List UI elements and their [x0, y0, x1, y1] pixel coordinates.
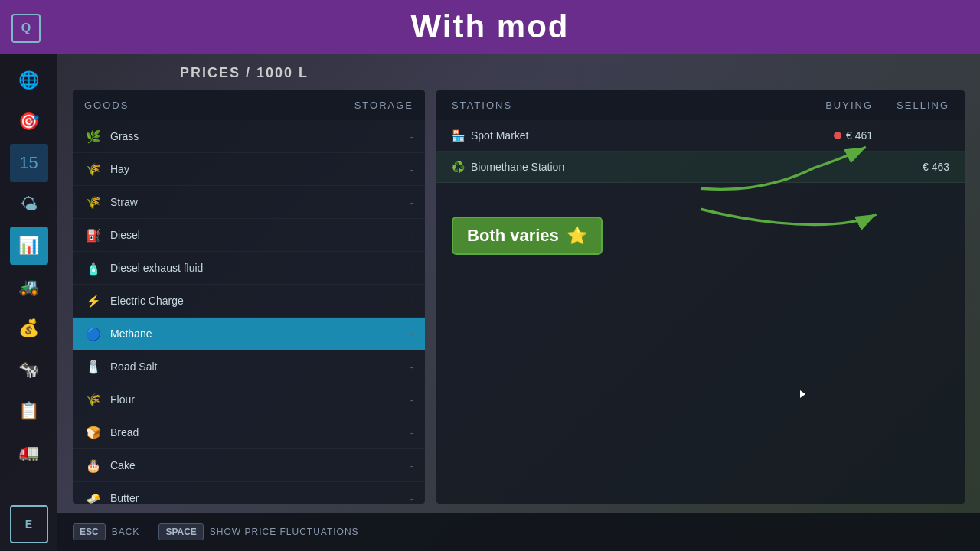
- sidebar-icon-e: E: [10, 505, 48, 543]
- sidebar-icon-steering[interactable]: 🎯: [10, 103, 48, 141]
- station-row-biomethane[interactable]: ♻️ Biomethane Station € 463: [436, 152, 965, 183]
- buying-column-header: BUYING: [781, 99, 873, 111]
- goods-name-electric-charge: Electric Charge: [110, 295, 410, 307]
- sidebar-icon-vehicles[interactable]: 🚛: [10, 433, 48, 471]
- station-label-spot-market: Spot Market: [471, 129, 528, 142]
- stations-panel: STATIONS BUYING SELLING 🏪 Spot Market € …: [436, 90, 965, 504]
- both-varies-badge: Both varies ⭐: [452, 217, 603, 255]
- goods-name-butter: Butter: [110, 492, 410, 504]
- sidebar-icon-tasks[interactable]: 📋: [10, 392, 48, 430]
- main-content: PRICES / 1000 L GOODS STORAGE 🌿 Grass - …: [57, 54, 980, 551]
- bottom-bar: ESC BACK SPACE SHOW PRICE FLUCTUATIONS: [57, 513, 980, 551]
- page-title: PRICES / 1000 L: [180, 65, 965, 81]
- selling-column-header: SELLING: [873, 99, 949, 111]
- goods-item-diesel-exhaust[interactable]: 🧴 Diesel exhaust fluid -: [73, 252, 425, 285]
- goods-name-flour: Flour: [110, 393, 410, 406]
- goods-icon-bread: 🍞: [84, 423, 103, 442]
- goods-item-hay[interactable]: 🌾 Hay -: [73, 153, 425, 186]
- goods-list[interactable]: 🌿 Grass - 🌾 Hay - 🌾 Straw - ⛽ Diesel - 🧴…: [73, 120, 425, 504]
- goods-name-straw: Straw: [110, 196, 410, 208]
- goods-icon-diesel-exhaust: 🧴: [84, 259, 103, 277]
- goods-storage-butter: -: [410, 493, 413, 504]
- station-name: 🏪 Spot Market: [452, 129, 781, 142]
- goods-name-cake: Cake: [110, 459, 410, 471]
- station-icon-spot-market: 🏪: [452, 129, 465, 142]
- q-key-badge: Q: [11, 14, 41, 43]
- stations-column-header: STATIONS: [452, 99, 781, 111]
- goods-storage-hay: -: [410, 164, 413, 175]
- sidebar-icon-calendar[interactable]: 15: [10, 144, 48, 182]
- red-dot-icon: [834, 132, 841, 139]
- esc-key-label: BACK: [112, 527, 140, 537]
- goods-item-bread[interactable]: 🍞 Bread -: [73, 416, 425, 449]
- station-selling-biomethane: € 463: [873, 161, 949, 173]
- goods-item-methane[interactable]: 🔵 Methane -: [73, 318, 425, 350]
- esc-key-badge[interactable]: ESC: [73, 523, 106, 540]
- goods-name-methane: Methane: [110, 328, 410, 340]
- goods-name-road-salt: Road Salt: [110, 360, 410, 373]
- sidebar-icon-tractor[interactable]: 🚜: [10, 268, 48, 306]
- goods-item-straw[interactable]: 🌾 Straw -: [73, 186, 425, 219]
- space-key-btn[interactable]: SPACE SHOW PRICE FLUCTUATIONS: [158, 523, 358, 540]
- goods-icon-methane: 🔵: [84, 324, 103, 343]
- sidebar-icon-money[interactable]: 💰: [10, 309, 48, 347]
- goods-icon-grass: 🌿: [84, 127, 103, 145]
- esc-key-btn[interactable]: ESC BACK: [73, 523, 139, 540]
- left-sidebar: 🌐 🎯 15 🌤 📊 🚜 💰 🐄 📋 🚛 E: [0, 54, 57, 551]
- sidebar-icon-weather[interactable]: 🌤: [10, 185, 48, 223]
- goods-name-diesel-exhaust: Diesel exhaust fluid: [110, 262, 410, 274]
- goods-item-butter[interactable]: 🧈 Butter -: [73, 482, 425, 504]
- station-row-spot-market[interactable]: 🏪 Spot Market € 461: [436, 120, 965, 152]
- station-label-biomethane: Biomethane Station: [471, 161, 564, 173]
- stations-panel-header: STATIONS BUYING SELLING: [436, 90, 965, 120]
- station-buying-spot-market: € 461: [781, 129, 873, 142]
- goods-icon-butter: 🧈: [84, 489, 103, 504]
- goods-item-cake[interactable]: 🎂 Cake -: [73, 449, 425, 482]
- goods-icon-cake: 🎂: [84, 456, 103, 474]
- storage-column-header: STORAGE: [354, 99, 413, 111]
- goods-name-hay: Hay: [110, 163, 410, 175]
- space-key-label: SHOW PRICE FLUCTUATIONS: [210, 527, 359, 537]
- goods-panel: GOODS STORAGE 🌿 Grass - 🌾 Hay - 🌾 Straw …: [73, 90, 425, 504]
- goods-storage-road-salt: -: [410, 361, 413, 373]
- goods-storage-straw: -: [410, 197, 413, 208]
- goods-item-road-salt[interactable]: 🧂 Road Salt -: [73, 350, 425, 383]
- goods-name-diesel: Diesel: [110, 229, 410, 241]
- goods-storage-methane: -: [410, 328, 413, 340]
- station-name-biomethane: ♻️ Biomethane Station: [452, 161, 781, 173]
- goods-icon-straw: 🌾: [84, 193, 103, 211]
- goods-item-electric-charge[interactable]: ⚡ Electric Charge -: [73, 285, 425, 318]
- goods-item-flour[interactable]: 🌾 Flour -: [73, 383, 425, 416]
- sidebar-icon-stats[interactable]: 📊: [10, 227, 48, 265]
- top-banner: Q With mod: [0, 0, 980, 54]
- goods-item-grass[interactable]: 🌿 Grass -: [73, 120, 425, 153]
- goods-storage-diesel: -: [410, 230, 413, 241]
- sidebar-icon-globe[interactable]: 🌐: [10, 61, 48, 99]
- goods-item-diesel[interactable]: ⛽ Diesel -: [73, 219, 425, 252]
- station-buying-price-spot-market: € 461: [846, 129, 873, 142]
- goods-column-header: GOODS: [84, 99, 354, 111]
- goods-storage-bread: -: [410, 427, 413, 439]
- station-icon-biomethane: ♻️: [452, 161, 465, 173]
- goods-storage-flour: -: [410, 394, 413, 406]
- goods-icon-electric-charge: ⚡: [84, 292, 103, 310]
- page-banner-title: With mod: [411, 8, 570, 45]
- star-icon: ⭐: [567, 226, 587, 246]
- goods-icon-road-salt: 🧂: [84, 357, 103, 376]
- both-varies-text: Both varies: [467, 226, 559, 246]
- goods-storage-electric-charge: -: [410, 295, 413, 307]
- goods-storage-grass: -: [410, 131, 413, 142]
- goods-icon-diesel: ⛽: [84, 226, 103, 244]
- goods-name-grass: Grass: [110, 130, 410, 142]
- goods-storage-cake: -: [410, 460, 413, 471]
- space-key-badge[interactable]: SPACE: [158, 523, 203, 540]
- sidebar-icon-animals[interactable]: 🐄: [10, 350, 48, 389]
- content-panels: GOODS STORAGE 🌿 Grass - 🌾 Hay - 🌾 Straw …: [73, 90, 965, 504]
- goods-panel-header: GOODS STORAGE: [73, 90, 425, 120]
- goods-icon-hay: 🌾: [84, 160, 103, 178]
- goods-storage-diesel-exhaust: -: [410, 262, 413, 274]
- goods-name-bread: Bread: [110, 426, 410, 439]
- goods-icon-flour: 🌾: [84, 390, 103, 409]
